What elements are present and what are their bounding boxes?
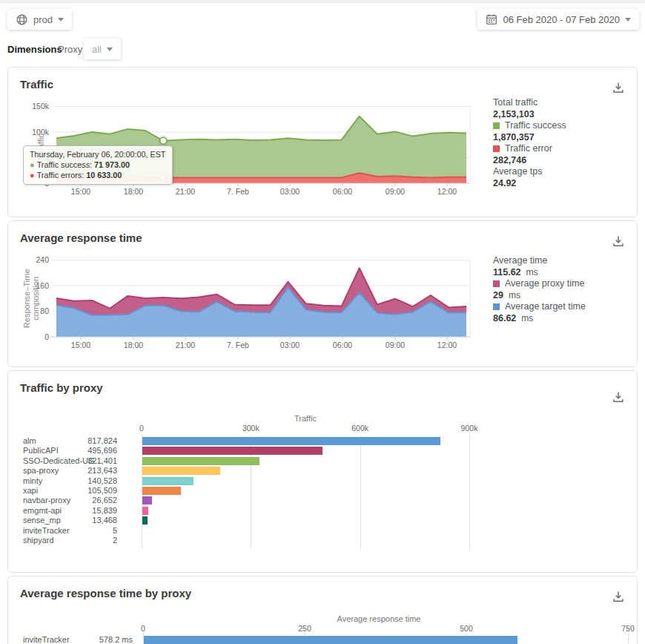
bar-row-value: 13,468 — [71, 516, 117, 525]
bar-axis-tick-label: 750 — [621, 624, 635, 633]
svg-text:7. Feb: 7. Feb — [227, 187, 249, 196]
bar-row-value: 15,839 — [71, 506, 117, 515]
svg-text:7. Feb: 7. Feb — [227, 341, 249, 349]
gridline — [360, 435, 361, 549]
svg-text:09:00: 09:00 — [386, 187, 405, 196]
svg-text:06:00: 06:00 — [333, 341, 352, 349]
calendar-icon — [486, 13, 497, 25]
bar-axis-tick-label: 0 — [141, 624, 145, 633]
traffic-card: Traffic Thursday, February 06, 20:00:00,… — [7, 67, 638, 217]
environment-selector[interactable]: prod — [7, 9, 72, 30]
bar-row-label: alm — [23, 436, 36, 445]
dimension-value-label: all — [92, 44, 102, 55]
svg-text:18:00: 18:00 — [124, 341, 143, 349]
date-range-picker[interactable]: 06 Feb 2020 - 07 Feb 2020 — [477, 9, 639, 30]
dimension-name: Proxy — [58, 44, 82, 55]
svg-text:03:00: 03:00 — [280, 341, 300, 349]
chevron-down-icon — [58, 18, 64, 22]
svg-text:06:00: 06:00 — [333, 187, 352, 196]
svg-text:21:00: 21:00 — [176, 187, 195, 196]
bar-navbar-proxy[interactable] — [142, 496, 152, 505]
svg-text:composition: composition — [31, 277, 40, 321]
download-button[interactable] — [612, 390, 625, 407]
download-icon — [612, 390, 625, 404]
dimension-value-select[interactable]: all — [84, 39, 121, 59]
bar-row-label: xapi — [23, 486, 38, 495]
card-title: Traffic by proxy — [20, 381, 103, 394]
tooltip-label: Traffic errors: — [37, 171, 85, 180]
svg-text:03:00: 03:00 — [280, 187, 300, 196]
bar-row-label: inviteTracker — [23, 526, 70, 535]
bar-row-label: PublicAPI — [23, 446, 59, 455]
bar-row-label: emgmt-api — [23, 506, 62, 515]
series-dot-icon: ● — [30, 160, 35, 169]
environment-label: prod — [33, 14, 53, 25]
bar-alm[interactable] — [142, 437, 440, 445]
series-dot-icon: ● — [30, 171, 35, 180]
bar-xapi[interactable] — [142, 487, 181, 495]
series-area-average-proxy-time[interactable] — [56, 268, 466, 315]
bar-row-label: navbar-proxy — [23, 496, 70, 505]
bar-row-label: sense_mp — [23, 516, 61, 525]
chart-tooltip: Thursday, February 06, 20:00:00, EST ●Tr… — [23, 145, 173, 185]
bar-row-value: 578.2 ms — [75, 635, 133, 644]
response-by-proxy-card: Average response time by proxy Average r… — [7, 576, 638, 644]
gridline — [628, 633, 629, 644]
page-top-strip — [0, 0, 645, 4]
download-button[interactable] — [612, 590, 625, 606]
bar-row-label: spa-proxy — [23, 466, 59, 475]
chevron-down-icon — [625, 18, 631, 22]
tooltip-row: ●Traffic errors: 10 633.00 — [30, 171, 165, 180]
date-range-label: 06 Feb 2020 - 07 Feb 2020 — [503, 14, 620, 25]
tooltip-title: Thursday, February 06, 20:00:00, EST — [30, 150, 165, 159]
area-chart-canvas[interactable]: 15:0018:0021:007. Feb03:0006:0009:0012:0… — [8, 221, 637, 355]
card-title: Average response time by proxy — [20, 587, 191, 599]
bar-axis-tick-label: 250 — [298, 624, 311, 633]
bar-publicapi[interactable] — [142, 447, 322, 455]
bar-invitetracker[interactable] — [144, 636, 517, 644]
bar-axis-tick-label: 300k — [242, 424, 259, 433]
svg-text:15:00: 15:00 — [71, 187, 90, 196]
bar-axis-title: Traffic — [294, 414, 317, 423]
response-time-card: Average response time Average time115.62… — [7, 220, 638, 367]
tooltip-value: 10 633.00 — [86, 171, 122, 180]
svg-text:18:00: 18:00 — [124, 187, 143, 196]
bar-spa-proxy[interactable] — [142, 467, 220, 475]
bar-row-value: 140,528 — [71, 476, 117, 485]
bar-row-value: 2 — [71, 536, 117, 545]
bar-row-value: 817,824 — [71, 436, 117, 445]
svg-text:21:00: 21:00 — [176, 341, 195, 349]
bar-row-value: 213,643 — [71, 466, 117, 475]
download-icon — [612, 590, 625, 603]
bar-row-label: minty — [23, 476, 42, 485]
bar-axis-tick-label: 0 — [139, 424, 144, 433]
bar-minty[interactable] — [142, 477, 194, 485]
svg-text:Response–Time: Response–Time — [22, 269, 31, 328]
bar-emgmt-api[interactable] — [142, 507, 148, 515]
bar-row-value: 321,401 — [71, 456, 117, 465]
svg-text:80: 80 — [40, 306, 49, 315]
bar-sso-dedicated-ug-[interactable] — [142, 457, 259, 465]
chevron-down-icon — [107, 47, 113, 51]
svg-text:240: 240 — [36, 255, 49, 264]
bar-axis-tick-label: 900k — [461, 424, 478, 433]
svg-text:12:00: 12:00 — [437, 341, 457, 349]
bar-row-label: inviteTracker — [23, 635, 70, 644]
tooltip-label: Traffic success: — [37, 160, 92, 169]
bar-axis-tick-label: 500 — [460, 624, 473, 633]
tooltip-value: 71 973.00 — [94, 160, 130, 169]
bar-row-value: 105,509 — [71, 486, 117, 495]
svg-text:09:00: 09:00 — [386, 341, 405, 349]
traffic-by-proxy-card: Traffic by proxy Traffic0300k600k900kalm… — [7, 370, 638, 573]
svg-text:0: 0 — [44, 332, 49, 341]
svg-text:12:00: 12:00 — [437, 187, 457, 196]
svg-text:15:00: 15:00 — [71, 341, 90, 349]
tooltip-row: ●Traffic success: 71 973.00 — [30, 160, 165, 169]
bar-axis-title: Average response time — [337, 614, 421, 623]
bar-row-value: 5 — [71, 526, 117, 535]
bar-axis-tick-label: 600k — [351, 424, 368, 433]
svg-text:150k: 150k — [32, 102, 50, 111]
bar-row-value: 26,652 — [71, 496, 117, 505]
bar-row-label: shipyard — [23, 536, 54, 545]
bar-sense-mp[interactable] — [142, 516, 148, 525]
